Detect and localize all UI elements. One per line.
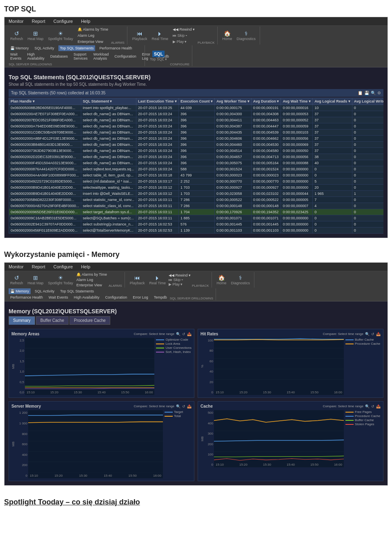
table-row[interactable]: 0x060005008B2BD605E0190AF4000...insert i… <box>9 105 384 111</box>
compare-label-3[interactable]: Compare: Select time range <box>134 404 174 408</box>
refresh-icon-3[interactable]: ↺ <box>182 404 185 408</box>
btn-top-sql-configure[interactable]: SQL Top SQL ▾ <box>148 50 169 62</box>
menu-help[interactable]: Help <box>79 18 92 25</box>
compare-label-4[interactable]: Compare: Select time range <box>323 404 363 408</box>
export-icon-3[interactable]: 📤 <box>187 404 192 408</box>
btn-skip[interactable]: ⏭ Skip ▾ <box>171 33 196 38</box>
refresh-icon-1[interactable]: ↺ <box>182 332 185 336</box>
memory-btn-heatmap[interactable]: ⊞ Heat Map <box>26 274 45 286</box>
btn-alarm-leg[interactable]: Alarm Leg <box>76 33 110 38</box>
menu-report[interactable]: Report <box>30 18 47 25</box>
table-row[interactable]: 0x060002007363D827903B13E9000...select d… <box>9 148 384 154</box>
memory-btn-realtime[interactable]: ⏵ Real Time <box>147 274 167 286</box>
memory-menu-help[interactable]: Help <box>79 263 92 270</box>
zoom-icon-3[interactable]: 🔍 <box>176 404 180 408</box>
menu-monitor[interactable]: Monitor <box>7 18 25 25</box>
btn-home[interactable]: 🏠 Home <box>221 29 234 42</box>
col-avg-worker[interactable]: Avg Worker Time ▾ <box>214 98 251 105</box>
export-icon-1[interactable]: 📤 <box>187 332 192 336</box>
memory-btn-wait[interactable]: Wait Events <box>47 295 70 300</box>
table-row[interactable]: 0x060007005B6D822230F308F0000...select s… <box>9 197 384 203</box>
table-row[interactable]: 0x060002000876A4414207CF0DD000...select … <box>9 166 384 172</box>
table-row[interactable]: 0x060002001CDBC50BA09708E9000...select d… <box>9 129 384 136</box>
memory-btn-sql-activity[interactable]: SQL Activity <box>33 288 56 294</box>
col-exec-count[interactable]: Execution Count ▾ <box>178 98 214 105</box>
tab-buffer-cache[interactable]: Buffer Cache <box>36 316 69 325</box>
col-avg-logical-reads[interactable]: Avg Logical Reads ▾ <box>313 98 352 105</box>
table-icon-2[interactable]: 💾 <box>364 91 369 95</box>
btn-support-svc[interactable]: Support Services <box>72 51 89 61</box>
btn-spotlight[interactable]: ☀ Spotlight Today <box>47 29 75 42</box>
memory-btn-top-sql[interactable]: Top SQL Statements <box>58 288 96 294</box>
btn-rewind[interactable]: ◀◀ Rewind ▾ <box>171 27 196 32</box>
memory-btn-refresh[interactable]: ↺ Refresh <box>9 274 25 286</box>
btn-heatmap[interactable]: ⊞ Heat Map <box>26 29 45 42</box>
col-sql-statement[interactable]: SQL Statement ▾ <box>81 98 136 105</box>
btn-perf-health[interactable]: Performance Health <box>98 45 134 51</box>
btn-wait-events[interactable]: Wait Events <box>9 51 23 61</box>
table-row[interactable]: 0x060002000456F011E609E2ADD000...select@… <box>9 228 384 234</box>
zoom-icon-2[interactable]: 🔍 <box>365 332 370 336</box>
table-row[interactable]: 0x060002007EDC0521F086F0EA000...select d… <box>9 117 384 123</box>
col-plan-handle[interactable]: Plan Handle ▾ <box>9 98 81 105</box>
zoom-icon-4[interactable]: 🔍 <box>365 404 370 408</box>
refresh-icon-4[interactable]: ↺ <box>371 404 374 408</box>
memory-btn-perf-health[interactable]: Performance Health <box>9 295 45 300</box>
btn-enterprise-view[interactable]: Enterprise View <box>76 39 110 45</box>
btn-diagnostics[interactable]: ⚕ Diagnostics <box>235 29 258 42</box>
table-row[interactable]: 0x0600005004A4A96F10D08998FF000...select… <box>9 172 384 179</box>
memory-btn-ha[interactable]: High Availability <box>72 295 101 300</box>
btn-high-avail[interactable]: High Availability <box>26 51 46 61</box>
btn-sql-activity[interactable]: SQL Activity <box>33 45 56 51</box>
export-icon-4[interactable]: 📤 <box>376 404 381 408</box>
table-row[interactable]: 0x060002002E941C39707AF0DD000...select s… <box>9 221 384 228</box>
memory-btn-tempdb[interactable]: Tempdb <box>152 295 169 300</box>
btn-realtime[interactable]: ⏵ Real Time <box>150 29 170 42</box>
tab-summary[interactable]: Summary <box>9 316 35 325</box>
export-icon-2[interactable]: 📤 <box>376 332 381 336</box>
memory-btn-spotlight[interactable]: ☀ Spotlight Today <box>47 274 75 286</box>
table-row[interactable]: 0x060002004922S729C0185DE5000...select (… <box>9 179 384 185</box>
memory-btn-home[interactable]: 🏠 Home <box>215 274 228 286</box>
memory-btn-config[interactable]: Configuration <box>104 295 129 300</box>
btn-alarms-by-time[interactable]: 🔔 Alarms by Time <box>76 27 110 32</box>
table-icon-3[interactable]: 🔍 <box>371 91 376 95</box>
table-row[interactable]: 0x060002000A794ED08E09E08E9000...select … <box>9 123 384 129</box>
table-row[interactable]: 0x060002000B9D41B014040E2DD00...insert i… <box>9 191 384 197</box>
table-row[interactable]: 0x060002000B9D41B014040E2DD00...selectwa… <box>9 185 384 191</box>
table-row[interactable]: 0x060002003B84B01403D13E9000...select db… <box>9 142 384 148</box>
compare-label-2[interactable]: Compare: Select time range <box>323 332 363 336</box>
menu-configure[interactable]: Configure <box>52 18 75 25</box>
table-row[interactable]: 0x060000200AE7E071F308EF0EA000...select … <box>9 111 384 117</box>
tab-procedure-cache[interactable]: Procedure Cache <box>69 316 110 325</box>
table-row[interactable]: 0x060002000965D5E26F01E06DD000...select … <box>9 209 384 215</box>
col-avg-wait[interactable]: Avg Wait Time ▾ <box>281 98 313 105</box>
col-avg-duration[interactable]: Avg Duration ▾ <box>251 98 281 105</box>
table-row[interactable]: 0x060002002D2DEC32E03913E9000...select d… <box>9 154 384 160</box>
memory-menu-configure[interactable]: Configure <box>52 263 75 270</box>
col-last-exec[interactable]: Last Execution Time ▾ <box>136 98 179 105</box>
table-row[interactable]: 0x0600070000A8270A29F0FE4BF0000...select… <box>9 203 384 209</box>
btn-config[interactable]: Configuration <box>113 51 138 61</box>
btn-top-sql[interactable]: Top SQL Statements <box>58 45 96 51</box>
table-row[interactable]: 0x060002009C16AB2BE01E5DE5000...select@S… <box>9 215 384 221</box>
memory-menu-report[interactable]: Report <box>30 263 47 270</box>
table-icon-4[interactable]: ⚙ <box>377 91 381 95</box>
btn-play[interactable]: ▶ Play ▾ <box>171 39 196 45</box>
memory-btn-memory-active[interactable]: 💾 Memory <box>9 288 31 294</box>
memory-btn-playback[interactable]: ⏮ Playback <box>128 274 147 286</box>
memory-menu-monitor[interactable]: Monitor <box>7 263 25 270</box>
compare-label-1[interactable]: Compare: Select time range <box>134 332 174 336</box>
memory-btn-errorlog[interactable]: Error Log <box>131 295 150 300</box>
table-icon-1[interactable]: 📋 <box>358 91 363 95</box>
btn-memory[interactable]: 💾 Memory <box>9 45 31 51</box>
btn-playback[interactable]: ⏮ Playback <box>131 29 149 42</box>
btn-refresh[interactable]: ↺ Refresh <box>9 29 25 42</box>
btn-workload[interactable]: Workload Analysis <box>91 51 110 61</box>
table-row[interactable]: 0x060002000A8BF4D12F03E13E9000...select … <box>9 136 384 142</box>
memory-btn-diagnostics[interactable]: ⚕ Diagnostics <box>229 274 252 286</box>
col-avg-logical-writes[interactable]: Avg Logical Writes ▾ <box>352 98 383 105</box>
refresh-icon-2[interactable]: ↺ <box>371 332 374 336</box>
zoom-icon-1[interactable]: 🔍 <box>176 332 180 336</box>
table-row[interactable]: 0x060002000F45D1504A03213E9000...select … <box>9 160 384 166</box>
